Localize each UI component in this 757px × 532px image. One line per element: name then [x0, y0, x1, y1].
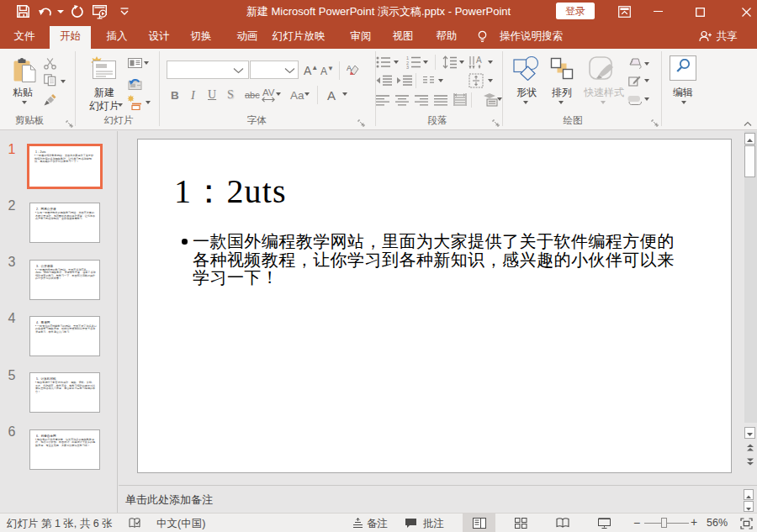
svg-text:3: 3 [406, 65, 409, 69]
svg-text:A: A [347, 64, 352, 72]
svg-text:A: A [476, 55, 482, 65]
